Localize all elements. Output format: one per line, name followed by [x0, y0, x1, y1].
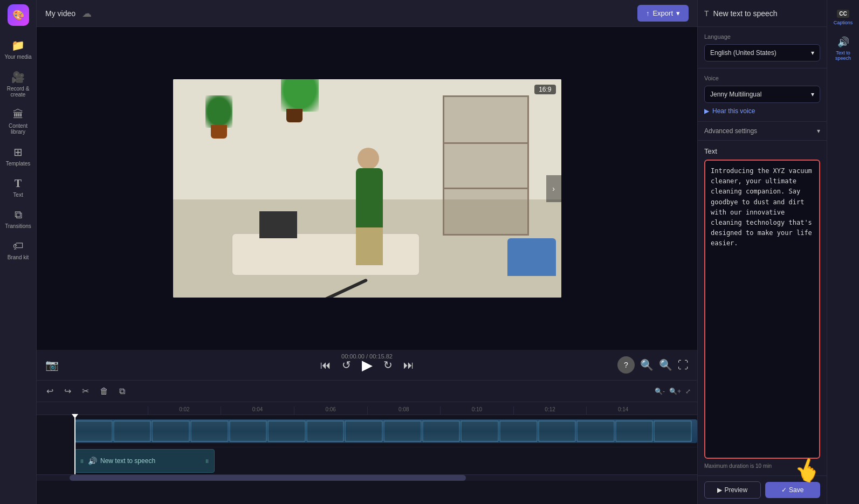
sidebar: 🎨 📁 Your media 🎥 Record &create 🏛 Conten… [0, 0, 37, 504]
sidebar-item-record-create[interactable]: 🎥 Record &create [1, 66, 36, 102]
fullscreen-button[interactable]: ⛶ [678, 356, 689, 374]
zoom-out-timeline[interactable]: 🔍- [655, 388, 665, 395]
undo-button[interactable]: ↩ [43, 384, 57, 398]
film-strip-3 [152, 420, 190, 442]
brand-kit-icon: 🏷 [13, 240, 24, 252]
scrollbar-thumb[interactable] [70, 475, 466, 481]
playback-right-controls: ? 🔍 🔍 ⛶ [617, 356, 689, 374]
sidebar-item-label-brand-kit: Brand kit [8, 254, 29, 260]
voice-dropdown[interactable]: Jenny Multilingual ▾ [704, 86, 820, 103]
zoom-out-button[interactable]: 🔍 [640, 356, 654, 374]
preview-button[interactable]: ▶ Preview [704, 481, 761, 499]
video-track[interactable]: 🔊 [74, 415, 697, 447]
ruler-mark-0 [74, 412, 148, 415]
sidebar-item-text[interactable]: T Text [1, 173, 36, 202]
app-logo: 🎨 [8, 4, 29, 26]
max-duration-label: Maximum duration is 10 min [704, 463, 820, 469]
person [348, 157, 391, 265]
tts-tab[interactable]: 🔊 Text to speech [827, 33, 859, 64]
film-strip-10 [422, 420, 461, 442]
sidebar-item-label-templates: Templates [6, 161, 31, 167]
media-controls-left: 📷 [45, 358, 59, 371]
film-strip-6 [267, 420, 306, 442]
playback-controls: 📷 ⏮ ↺ ▶ ↻ ⏭ 00:00.00 / 00:15.82 ? 🔍 🔍 ⛶ [37, 350, 697, 380]
skip-forward-button[interactable]: ⏭ [403, 359, 414, 371]
ruler-mark-3: 0:06 [294, 406, 367, 415]
next-scene-button[interactable]: › [546, 175, 561, 202]
tts-handle-right: ⏸ [204, 458, 210, 464]
timeline-body: 0:02 0:04 0:06 0:08 0:10 0:12 0:14 🔊 [37, 402, 697, 504]
film-strip-9 [383, 420, 422, 442]
hear-voice-button[interactable]: ▶ Hear this voice [704, 107, 820, 115]
tts-track-row: ⏸ 🔊 New text to speech ⏸ [74, 447, 697, 474]
video-preview: 16:9 › [173, 79, 561, 298]
timeline-scrollbar[interactable] [37, 474, 697, 481]
advanced-settings-label: Advanced settings [704, 127, 757, 135]
captions-icon: CC [837, 10, 849, 18]
tts-tab-label: Text to speech [829, 50, 857, 61]
film-strip-12 [499, 420, 538, 442]
ruler-mark-6: 0:12 [513, 406, 587, 415]
sidebar-item-label-content-library: Contentlibrary [9, 123, 28, 135]
plant-decoration [205, 95, 232, 139]
save-button[interactable]: ✓ Save [765, 482, 821, 498]
main-content: My video ☁ ↑ Export ▾ [37, 0, 697, 504]
text-input[interactable] [704, 160, 820, 459]
film-strip-2 [113, 420, 152, 442]
voice-section: Voice Jenny Multilingual ▾ ▶ Hear this v… [698, 68, 827, 122]
zoom-in-button[interactable]: 🔍 [659, 356, 672, 374]
timeline-time-display: 🔍- 🔍+ ⤢ [655, 388, 691, 395]
film-strip-5 [229, 420, 267, 442]
fit-timeline[interactable]: ⤢ [685, 388, 691, 395]
film-strip-1 [74, 420, 113, 442]
language-label: Language [704, 33, 820, 40]
video-clip[interactable]: 🔊 [74, 419, 697, 443]
sidebar-item-templates[interactable]: ⊞ Templates [1, 141, 36, 171]
save-label: Save [789, 486, 803, 494]
zoom-in-timeline[interactable]: 🔍+ [669, 388, 681, 395]
language-dropdown[interactable]: English (United States) ▾ [704, 44, 820, 61]
skip-backward-button[interactable]: ⏮ [320, 359, 331, 371]
voice-value: Jenny Multilingual [710, 91, 761, 98]
video-area: 16:9 › [37, 27, 697, 350]
export-button[interactable]: ↑ Export ▾ [637, 5, 689, 22]
film-strip-16 [654, 420, 692, 442]
delete-button[interactable]: 🗑 [97, 384, 112, 398]
play-circle-icon: ▶ [704, 107, 709, 115]
save-check-icon: ✓ [781, 486, 787, 494]
duplicate-button[interactable]: ⧉ [116, 384, 128, 398]
captions-panel: CC Captions 🔊 Text to speech [827, 0, 859, 504]
shelf-unit [443, 95, 529, 236]
plant-decoration-2 [281, 79, 308, 122]
language-chevron-icon: ▾ [811, 49, 814, 57]
cloud-sync-icon: ☁ [82, 8, 92, 19]
hear-voice-label: Hear this voice [712, 107, 755, 115]
camera-toggle-button[interactable]: 📷 [45, 358, 59, 371]
sidebar-item-brand-kit[interactable]: 🏷 Brand kit [1, 236, 36, 265]
tts-timeline-clip[interactable]: ⏸ 🔊 New text to speech ⏸ [74, 449, 215, 473]
rewind-button[interactable]: ↺ [342, 358, 351, 371]
project-title: My video [45, 9, 75, 18]
film-strip-15 [615, 420, 654, 442]
ruler-mark-7: 0:14 [586, 406, 659, 415]
tts-handle-left: ⏸ [79, 458, 85, 464]
right-panels: T New text to speech Language English (U… [697, 0, 859, 504]
record-create-icon: 🎥 [11, 71, 25, 84]
playhead-indicator [72, 414, 78, 418]
sidebar-item-your-media[interactable]: 📁 Your media [1, 34, 36, 64]
sidebar-item-content-library[interactable]: 🏛 Contentlibrary [1, 104, 36, 139]
sidebar-item-transitions[interactable]: ⧉ Transitions [1, 204, 36, 233]
voice-chevron-icon: ▾ [811, 91, 814, 98]
tts-clip-label: New text to speech [100, 457, 155, 465]
cut-button[interactable]: ✂ [79, 384, 92, 398]
tracks-container: 🔊 [37, 415, 697, 474]
help-button[interactable]: ? [617, 356, 635, 374]
film-strip-8 [345, 420, 383, 442]
sofa [507, 238, 556, 276]
fast-forward-button[interactable]: ↻ [383, 358, 393, 371]
text-icon: T [15, 177, 22, 190]
redo-button[interactable]: ↪ [61, 384, 74, 398]
tv-stand [259, 211, 297, 238]
advanced-settings-section[interactable]: Advanced settings ▾ [698, 122, 827, 141]
captions-tab[interactable]: CC Captions [831, 6, 855, 29]
